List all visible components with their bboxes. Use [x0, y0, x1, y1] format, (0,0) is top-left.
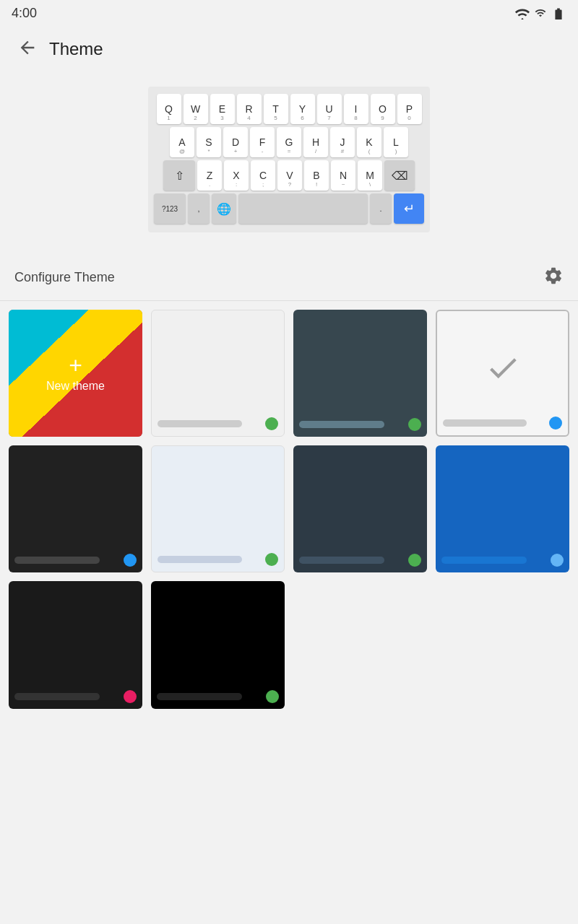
theme-card-blue-inner: [436, 445, 569, 572]
theme-card-dark2-inner: [9, 445, 142, 572]
keyboard-row-2: A@ S* D+ F- G= H/ J# K( L): [154, 127, 424, 157]
keyboard-preview-container: Q1 W2 E3 R4 T5 Y6 U7 I8 O9 P0 A@ S* D+ F…: [0, 72, 578, 254]
theme-dot: [549, 417, 562, 430]
theme-bar: [158, 420, 242, 427]
status-bar: 4:00: [0, 0, 578, 26]
key-u: U7: [317, 94, 342, 124]
theme-card-blue[interactable]: [436, 445, 569, 572]
key-l: L): [384, 127, 408, 157]
theme-card-selected-inner: [437, 311, 568, 435]
theme-card-dark3[interactable]: [293, 445, 427, 572]
status-icons: [514, 6, 566, 19]
theme-bar: [443, 419, 527, 427]
signal-icon: [535, 6, 546, 19]
theme-grid-row2: [0, 445, 578, 581]
theme-card-dark5[interactable]: [9, 581, 142, 708]
key-enter: ↵: [394, 193, 424, 224]
new-theme-plus: +: [69, 354, 82, 377]
theme-card-black-inner: [151, 581, 285, 708]
key-b: B!: [304, 160, 329, 191]
theme-card-dark2[interactable]: [9, 445, 142, 572]
theme-card-new[interactable]: + New theme: [9, 310, 142, 437]
keyboard-preview: Q1 W2 E3 R4 T5 Y6 U7 I8 O9 P0 A@ S* D+ F…: [148, 87, 430, 232]
theme-bar: [299, 557, 384, 564]
keyboard-row-4: ?123 , 🌐 . ↵: [154, 193, 424, 224]
key-k: K(: [357, 127, 381, 157]
key-123: ?123: [154, 193, 186, 224]
key-delete: ⌫: [384, 160, 415, 191]
key-o: O9: [371, 94, 395, 124]
settings-button[interactable]: [543, 266, 564, 289]
configure-label: Configure Theme: [14, 270, 115, 285]
key-comma: ,: [188, 193, 210, 224]
theme-card-lightblue-inner: [152, 446, 284, 572]
theme-dot: [265, 417, 278, 430]
key-period: .: [370, 193, 392, 224]
battery-icon: [551, 6, 566, 19]
theme-dot: [551, 554, 564, 567]
key-s: S*: [197, 127, 221, 157]
key-x: X:: [224, 160, 249, 191]
key-e: E3: [210, 94, 235, 124]
theme-card-light-inner: [152, 310, 284, 436]
key-p: P0: [397, 94, 422, 124]
theme-card-dark3-inner: [293, 445, 427, 572]
key-m: M\: [358, 160, 382, 191]
keyboard-row-3: ⇧ Z. X: C; V? B! N~ M\ ⌫: [154, 160, 424, 191]
theme-grid-row1: + New theme: [0, 301, 578, 445]
key-space: [238, 193, 368, 224]
theme-bar: [157, 693, 242, 700]
theme-card-lightblue[interactable]: [151, 445, 285, 572]
wifi-icon: [514, 6, 530, 19]
theme-card-light[interactable]: [151, 310, 285, 437]
key-t: T5: [264, 94, 288, 124]
key-v: V?: [277, 160, 302, 191]
theme-dot: [265, 553, 278, 566]
empty-slot-2: [436, 581, 569, 708]
theme-bar: [158, 556, 242, 563]
theme-grid-row3: [0, 581, 578, 717]
theme-bar: [441, 557, 527, 564]
theme-bar: [14, 693, 100, 700]
key-d: D+: [223, 127, 248, 157]
key-w: W2: [184, 94, 208, 124]
key-i: I8: [344, 94, 368, 124]
key-y: Y6: [290, 94, 315, 124]
key-z: Z.: [197, 160, 222, 191]
new-theme-label: New theme: [46, 380, 105, 393]
page-title: Theme: [49, 39, 103, 59]
keyboard-row-1: Q1 W2 E3 R4 T5 Y6 U7 I8 O9 P0: [154, 94, 424, 124]
key-globe: 🌐: [212, 193, 236, 224]
back-arrow-icon: [17, 38, 38, 58]
theme-dot: [266, 690, 279, 703]
theme-card-dark1-inner: [293, 310, 427, 437]
key-c: C;: [251, 160, 275, 191]
configure-section: Configure Theme: [0, 254, 578, 301]
status-time: 4:00: [12, 6, 37, 21]
back-button[interactable]: [12, 32, 43, 66]
key-j: J#: [330, 127, 355, 157]
key-r: R4: [237, 94, 262, 124]
theme-card-dark5-inner: [9, 581, 142, 708]
key-f: F-: [250, 127, 275, 157]
theme-bar: [14, 557, 100, 564]
key-q: Q1: [157, 94, 181, 124]
top-bar: Theme: [0, 26, 578, 72]
theme-dot: [408, 418, 421, 431]
theme-card-dark1[interactable]: [293, 310, 427, 437]
empty-slot-1: [293, 581, 427, 708]
key-a: A@: [170, 127, 194, 157]
gear-icon: [543, 266, 564, 286]
theme-dot: [124, 554, 137, 567]
key-shift: ⇧: [163, 160, 195, 191]
theme-card-selected[interactable]: [436, 310, 569, 437]
theme-bar: [299, 421, 384, 428]
theme-card-black[interactable]: [151, 581, 285, 708]
key-g: G=: [277, 127, 301, 157]
key-n: N~: [331, 160, 355, 191]
key-h: H/: [303, 127, 328, 157]
theme-dot: [408, 554, 421, 567]
theme-dot: [124, 690, 137, 703]
